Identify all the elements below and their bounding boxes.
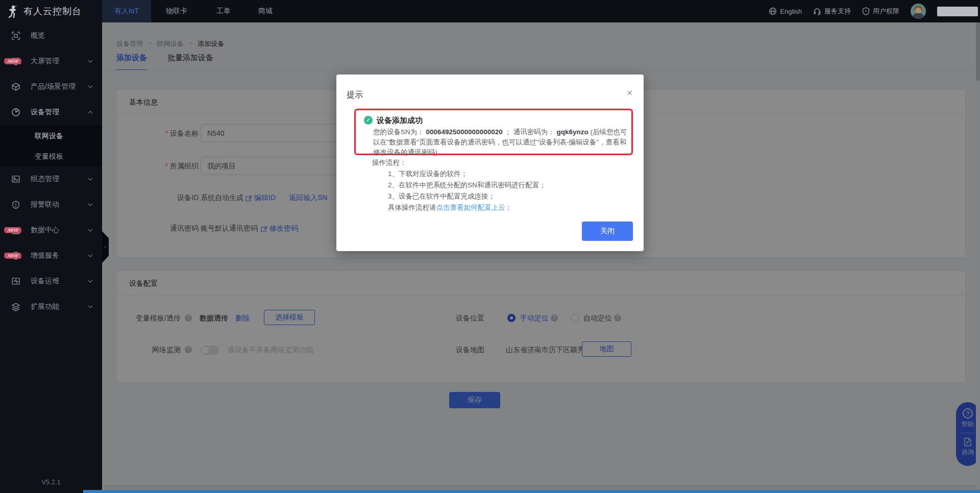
sidebar-item-device-mgmt[interactable]: 设备管理 <box>0 100 102 125</box>
success-title: 设备添加成功 <box>377 116 423 126</box>
sidebar-item-label: 概览 <box>31 31 45 40</box>
product-cube-icon <box>11 82 20 91</box>
comm-password-value: gqk6ynzo <box>556 128 588 136</box>
sidebar-item-extensions[interactable]: 扩展功能 <box>0 294 102 319</box>
app-root: 有人云控制台 概览 大屏管理 NEW <box>0 0 980 493</box>
sidebar-item-scada-mgmt[interactable]: 组态管理 <box>0 166 102 192</box>
close-icon[interactable]: × <box>627 88 632 97</box>
user-permissions[interactable]: 用户权限 <box>862 7 899 16</box>
scada-image-icon <box>11 175 20 184</box>
language-label: English <box>780 8 802 15</box>
notice-dialog: 提示 × ✓ 设备添加成功 您的设备SN为： 00064925000000000… <box>336 75 644 251</box>
step-item: 1、下载对应设备的软件； <box>388 168 546 180</box>
chevron-down-icon <box>88 202 93 207</box>
chevron-down-icon <box>88 279 93 284</box>
overview-icon <box>11 31 20 40</box>
chevron-down-icon <box>88 84 93 89</box>
more-prefix: 具体操作流程请 <box>388 204 436 211</box>
service-support[interactable]: 服务支持 <box>813 7 851 16</box>
sidebar: 有人云控制台 概览 大屏管理 NEW <box>0 0 102 493</box>
sidebar-item-label: 产品/场景管理 <box>31 82 76 91</box>
sn-prefix: 您的设备SN为： <box>373 128 426 136</box>
step-more: 具体操作流程请点击查看如何配置上云； <box>388 202 546 213</box>
device-mgmt-icon <box>11 108 20 117</box>
pwd-prefix: ； 通讯密码为： <box>503 128 557 136</box>
device-sn-value: 00064925000000000020 <box>426 128 503 136</box>
operation-steps: 操作流程： 1、下载对应设备的软件； 2、在软件中把系统分配的SN和通讯密码进行… <box>372 157 546 213</box>
version-label: V5.2.1 <box>0 478 102 486</box>
sidebar-item-product-mgmt[interactable]: 产品/场景管理 <box>0 74 102 100</box>
globe-icon <box>769 7 777 15</box>
sidebar-item-value-added-services[interactable]: 增值服务 NEW <box>0 243 102 268</box>
dialog-close-button[interactable]: 关闭 <box>582 221 633 241</box>
username-redacted[interactable] <box>937 7 978 16</box>
sidebar-item-alarm-linkage[interactable]: 报警联动 <box>0 192 102 217</box>
usr-logo-icon <box>6 5 19 18</box>
step-item: 2、在软件中把系统分配的SN和通讯密码进行配置； <box>388 180 546 191</box>
top-nav-right: English 服务支持 用户权限 <box>769 0 978 22</box>
nav-tab-usr-iot[interactable]: 有人IoT <box>102 0 151 22</box>
nav-tab-mall[interactable]: 商城 <box>245 0 286 22</box>
step-item: 3、设备已在软件中配置完成连接； <box>388 191 546 202</box>
sidebar-item-networked-devices[interactable]: 联网设备 <box>0 126 102 146</box>
sidebar-item-data-center[interactable]: 数据中心 NEW <box>0 217 102 243</box>
sidebar-item-device-ops[interactable]: 设备运维 <box>0 268 102 294</box>
permissions-label: 用户权限 <box>873 7 899 16</box>
new-badge: NEW <box>4 227 22 233</box>
sidebar-item-label: 增值服务 <box>31 251 59 260</box>
language-switch[interactable]: English <box>769 7 802 15</box>
new-badge: NEW <box>4 253 22 259</box>
success-highlight-box: ✓ 设备添加成功 您的设备SN为： 00064925000000000020 ；… <box>354 109 633 155</box>
device-ops-icon <box>11 277 20 286</box>
success-check-icon: ✓ <box>364 116 373 125</box>
chevron-up-icon <box>88 110 93 115</box>
chevron-down-icon <box>88 253 93 258</box>
sidebar-item-label: 设备管理 <box>31 108 59 117</box>
chevron-down-icon <box>88 59 93 64</box>
alarm-icon <box>11 200 20 209</box>
sidebar-item-label: 大屏管理 <box>31 57 59 66</box>
chevron-down-icon <box>88 304 93 309</box>
chevron-down-icon <box>88 228 93 233</box>
support-label: 服务支持 <box>824 7 851 16</box>
sidebar-submenu-device-mgmt: 联网设备 变量模板 <box>0 125 102 166</box>
sidebar-item-screen-mgmt[interactable]: 大屏管理 NEW <box>0 48 102 74</box>
sidebar-item-label: 设备运维 <box>31 277 59 286</box>
layers-icon <box>11 302 20 311</box>
shield-icon <box>862 7 870 15</box>
more-suffix: ； <box>505 204 512 211</box>
sidebar-item-label: 扩展功能 <box>31 302 59 311</box>
top-nav-tabs: 有人IoT 物联卡 工单 商城 <box>102 0 286 22</box>
nav-tab-iot-card[interactable]: 物联卡 <box>151 0 202 22</box>
steps-title: 操作流程： <box>372 157 546 168</box>
new-badge: NEW <box>4 58 22 64</box>
how-to-configure-link[interactable]: 点击查看如何配置上云 <box>436 204 505 211</box>
dialog-title: 提示 <box>347 90 363 101</box>
user-avatar[interactable] <box>911 4 926 19</box>
headset-icon <box>813 7 821 15</box>
bottom-scrollbar-thumb[interactable] <box>83 490 980 493</box>
sidebar-item-label: 数据中心 <box>31 226 59 235</box>
success-detail-text: 您的设备SN为： 00064925000000000020 ； 通讯密码为： g… <box>373 127 629 158</box>
sidebar-item-label: 组态管理 <box>31 175 59 184</box>
sidebar-item-variable-templates[interactable]: 变量模板 <box>0 146 102 166</box>
app-title: 有人云控制台 <box>23 5 82 17</box>
top-navbar: 有人IoT 物联卡 工单 商城 English 服务支持 <box>102 0 980 22</box>
chevron-down-icon <box>88 177 93 182</box>
sidebar-item-overview[interactable]: 概览 <box>0 23 102 48</box>
sidebar-item-label: 报警联动 <box>31 200 59 209</box>
nav-tab-work-order[interactable]: 工单 <box>202 0 245 22</box>
logo[interactable]: 有人云控制台 <box>0 0 102 22</box>
